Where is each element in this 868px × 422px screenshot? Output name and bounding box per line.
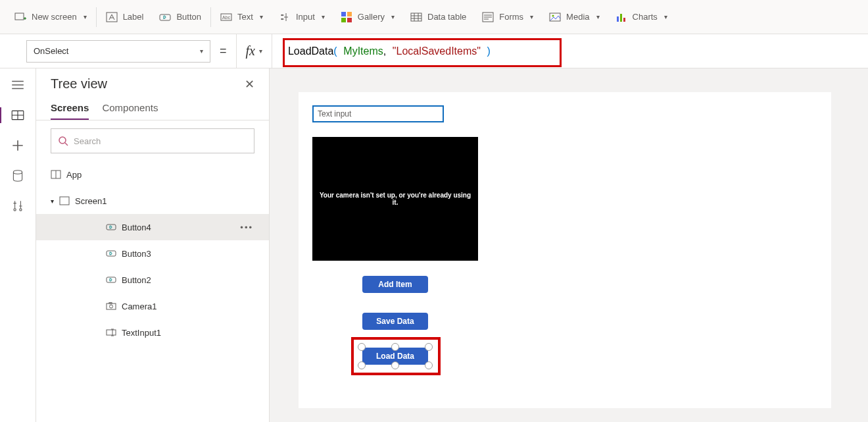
tab-screens[interactable]: Screens	[51, 102, 89, 120]
camera-icon	[106, 301, 116, 311]
textinput-control[interactable]: Text input	[312, 105, 444, 122]
input-icon	[279, 11, 291, 23]
svg-rect-30	[107, 330, 116, 335]
formula-function: LoadData	[288, 45, 333, 57]
button-control[interactable]: Button	[151, 0, 209, 34]
chevron-down-icon: ▾	[200, 47, 203, 55]
svg-point-18	[13, 171, 22, 174]
paren-open: (	[333, 45, 337, 57]
tree-view-icon[interactable]	[11, 108, 25, 122]
property-value: OnSelect	[34, 46, 68, 56]
app-icon	[51, 169, 61, 180]
media-label: Media	[566, 12, 589, 22]
textinput-icon	[106, 327, 116, 338]
fx-button[interactable]: fx ▾	[246, 43, 262, 59]
more-icon[interactable]: •••	[240, 223, 269, 232]
tree-node-button3[interactable]: Button3	[36, 240, 269, 267]
tree-node-button2[interactable]: Button2	[36, 267, 269, 293]
tree-view-panel: Tree view ✕ Screens Components Search Ap…	[36, 68, 270, 422]
chevron-down-icon: ▾	[259, 47, 262, 55]
left-rail	[0, 68, 36, 422]
svg-rect-11	[411, 13, 422, 21]
data-icon[interactable]	[11, 169, 25, 183]
separator	[96, 7, 97, 27]
data-table-icon	[410, 11, 422, 23]
label-text: Label	[123, 12, 144, 22]
formula-arg1: MyItems	[343, 45, 383, 57]
charts-dropdown[interactable]: Charts ▾	[608, 0, 675, 34]
add-item-button[interactable]: Add Item	[362, 276, 428, 293]
chevron-down-icon: ▾	[664, 13, 667, 20]
screen1-label: Screen1	[75, 196, 107, 206]
svg-point-6	[281, 18, 283, 19]
svg-rect-15	[617, 16, 619, 22]
insert-icon[interactable]	[11, 138, 25, 153]
formula-input[interactable]: LoadData( MyItems, "LocalSavedItems" )	[281, 41, 860, 61]
svg-text:Abc: Abc	[222, 15, 231, 20]
label-button[interactable]: Label	[98, 0, 152, 34]
forms-label: Forms	[499, 12, 523, 22]
equals-sign: =	[220, 44, 227, 58]
add-item-label: Add Item	[378, 280, 412, 289]
text-dropdown[interactable]: Abc Text ▾	[212, 0, 271, 34]
data-table-button[interactable]: Data table	[402, 0, 474, 34]
textinput-value: Text input	[318, 109, 351, 119]
tree-node-app[interactable]: App	[36, 161, 269, 188]
resize-handle[interactable]	[391, 343, 399, 351]
formula-bar: OnSelect ▾ = fx ▾ LoadData( MyItems, "Lo…	[0, 34, 868, 68]
input-dropdown[interactable]: Input ▾	[271, 0, 333, 34]
search-input[interactable]: Search	[51, 128, 254, 153]
media-icon	[549, 11, 561, 23]
button-icon	[106, 248, 116, 259]
search-icon	[58, 136, 68, 146]
divider	[272, 34, 272, 68]
resize-handle[interactable]	[391, 361, 399, 369]
forms-dropdown[interactable]: Forms ▾	[474, 0, 541, 34]
new-screen-button[interactable]: New screen ▾	[7, 0, 95, 34]
paren-close: )	[487, 45, 491, 57]
svg-point-19	[14, 209, 16, 211]
chevron-down-icon: ▾	[84, 13, 87, 20]
svg-point-5	[281, 14, 283, 15]
chevron-down-icon: ▾	[260, 13, 263, 20]
forms-icon	[482, 11, 494, 23]
camera-control[interactable]: Your camera isn't set up, or you're alre…	[312, 137, 478, 261]
tab-components[interactable]: Components	[102, 102, 158, 120]
resize-handle[interactable]	[358, 343, 366, 351]
screen-icon	[59, 196, 70, 206]
save-data-label: Save Data	[376, 317, 414, 326]
hamburger-icon[interactable]	[11, 78, 25, 92]
chevron-down-icon: ▾	[596, 13, 600, 20]
canvas-area: Text input Your camera isn't set up, or …	[270, 68, 868, 422]
data-table-label: Data table	[427, 12, 466, 22]
resize-handle[interactable]	[358, 361, 366, 369]
divider	[236, 34, 237, 68]
tree-node-camera1[interactable]: Camera1	[36, 293, 269, 319]
resize-handle[interactable]	[425, 361, 433, 369]
camera-message: Your camera isn't set up, or you're alre…	[319, 192, 471, 206]
property-selector[interactable]: OnSelect ▾	[26, 40, 210, 63]
svg-rect-7	[341, 12, 346, 16]
save-data-button[interactable]: Save Data	[362, 313, 428, 330]
button-text: Button	[176, 12, 201, 22]
media-dropdown[interactable]: Media ▾	[541, 0, 607, 34]
label-icon	[106, 11, 118, 23]
tree-node-button4[interactable]: Button4 •••	[36, 214, 269, 240]
svg-point-20	[20, 209, 22, 211]
svg-rect-2	[160, 14, 170, 20]
close-icon[interactable]: ✕	[245, 77, 254, 92]
canvas[interactable]: Text input Your camera isn't set up, or …	[299, 92, 831, 408]
tree-tabs: Screens Components	[36, 95, 269, 120]
tree-node-screen1[interactable]: ▾ Screen1	[36, 188, 269, 214]
svg-rect-16	[620, 14, 622, 22]
gallery-dropdown[interactable]: Gallery ▾	[333, 0, 402, 34]
textinput1-label: TextInput1	[122, 328, 161, 338]
svg-rect-26	[107, 277, 116, 282]
new-screen-icon	[14, 11, 26, 23]
resize-handle[interactable]	[425, 343, 433, 351]
selected-control-wrapper: Load Data	[360, 345, 431, 367]
tree-node-textinput1[interactable]: TextInput1	[36, 319, 269, 346]
svg-rect-27	[107, 303, 116, 309]
text-icon: Abc	[220, 11, 232, 23]
tools-icon[interactable]	[11, 199, 25, 213]
